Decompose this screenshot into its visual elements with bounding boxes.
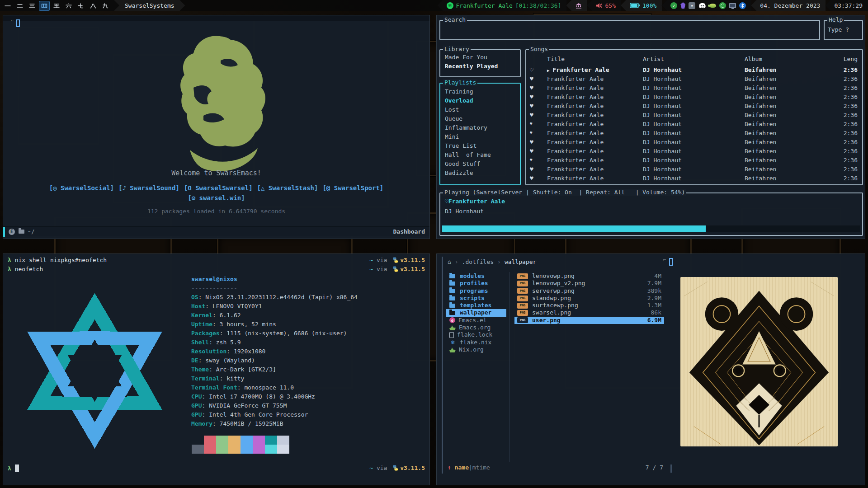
emacs-window[interactable]: ⌐ Welcome to SwarsEmacs! [◎ SwarselSocia… <box>3 15 430 239</box>
library-item[interactable]: Made For You <box>445 53 517 62</box>
workspace-2[interactable] <box>15 1 25 10</box>
list-item-flake.lock[interactable]: flake.lock <box>446 331 506 338</box>
list-item-Nix.org[interactable]: Nix.org <box>446 346 506 353</box>
song-row[interactable]: ♥Frankfurter AaleDJ HornhautBeifahren2:3… <box>530 155 858 164</box>
song-row[interactable]: ♥Frankfurter AaleDJ HornhautBeifahren2:3… <box>530 164 858 174</box>
playlist-item[interactable]: Badizzle <box>445 169 517 178</box>
library-item[interactable]: Recently Played <box>445 62 517 71</box>
playlist-item[interactable]: Queue <box>445 114 517 123</box>
list-item-modules[interactable]: modules <box>446 272 506 280</box>
heart-icon[interactable]: ♥ <box>530 131 547 135</box>
song-row[interactable]: ♥Frankfurter AaleDJ HornhautBeifahren2:3… <box>530 146 858 155</box>
heart-icon[interactable]: ♡ <box>530 66 547 73</box>
workspace-8[interactable] <box>88 1 98 10</box>
playlist-item[interactable]: Lost <box>445 105 517 114</box>
workspace-6[interactable] <box>64 1 74 10</box>
song-row[interactable]: ♥Frankfurter AaleDJ HornhautBeifahren2:3… <box>530 119 858 128</box>
playlist-item[interactable]: Hall of Fame <box>445 150 517 160</box>
display-icon[interactable] <box>729 3 736 8</box>
list-item-Emacs.el[interactable]: eEmacs.el <box>446 317 506 324</box>
dashboard-button-SwarselStash[interactable]: [△ SwarselStash] <box>257 184 318 192</box>
playlist-item[interactable]: Mini <box>445 132 517 141</box>
bluetooth-icon[interactable] <box>739 2 746 9</box>
turtle-tray-icon[interactable] <box>709 4 716 8</box>
corner-glyph: ⌐ <box>663 257 666 263</box>
dashboard-button-SwarselSound[interactable]: [♪ SwarselSound] <box>118 184 179 192</box>
heart-icon[interactable]: ♥ <box>530 112 547 118</box>
workspace-9[interactable] <box>100 1 110 10</box>
dashboard-button-SwarselSocial[interactable]: [◎ SwarselSocial] <box>49 184 114 192</box>
file-item-serverwp.png[interactable]: PNGserverwp.png389k <box>514 287 664 295</box>
file-item-lenovowp_v2.png[interactable]: PNGlenovowp_v2.png7.9M <box>514 280 664 287</box>
dashboard-button-SwarselSwarsel[interactable]: [Ω SwarselSwarsel] <box>184 184 253 192</box>
terminal-window[interactable]: λ nix shell nixpkgs#neofetch ~ via v3.11… <box>3 253 430 485</box>
song-artist: DJ Hornhaut <box>643 94 745 100</box>
heart-icon[interactable]: ♥ <box>530 175 547 182</box>
workspace-1[interactable] <box>3 1 13 10</box>
bear-artwork <box>680 277 838 446</box>
song-row[interactable]: ♥Frankfurter AaleDJ HornhautBeifahren2:3… <box>530 74 858 83</box>
file-item-swarsel.png[interactable]: PNGswarsel.png86k <box>514 309 664 316</box>
playlist-item[interactable]: Inflammatory <box>445 123 517 132</box>
library-box: Library Made For YouRecently Played <box>439 49 521 77</box>
song-row[interactable]: ♥Frankfurter AaleDJ HornhautBeifahren2:3… <box>530 92 858 101</box>
list-item-flake.nix[interactable]: ❄flake.nix <box>446 339 506 346</box>
playlist-item[interactable]: Training <box>445 87 517 96</box>
dashboard-button-SwarselSport[interactable]: [@ SwarselSport] <box>322 184 383 192</box>
workspace-3[interactable] <box>27 1 37 10</box>
song-row[interactable]: ♥Frankfurter AaleDJ HornhautBeifahren2:3… <box>530 137 858 146</box>
workspace-4[interactable] <box>39 1 49 10</box>
volume-module[interactable]: 65% <box>587 0 621 11</box>
playlist-item[interactable]: Overload <box>445 96 517 105</box>
song-row[interactable]: ♥Frankfurter AaleDJ HornhautBeifahren2:3… <box>530 174 858 183</box>
file-manager-window[interactable]: ⌂›.dotfiles›wallpaper modulesprofilespro… <box>436 253 865 485</box>
heart-icon[interactable]: ♥ <box>530 94 547 100</box>
list-item-programs[interactable]: programs <box>446 287 506 295</box>
deck-module[interactable] <box>566 0 587 11</box>
song-title: Frankfurter Aale <box>547 112 643 118</box>
heart-icon[interactable]: ♥ <box>530 84 547 91</box>
star-tray-icon[interactable]: ★ <box>689 2 695 9</box>
file-item-lenovowp.png[interactable]: PNGlenovowp.png4M <box>514 272 664 280</box>
heart-icon[interactable]: ♥ <box>530 103 547 109</box>
song-row[interactable]: ♥Frankfurter AaleDJ HornhautBeifahren2:3… <box>530 128 858 137</box>
check-tray-icon[interactable]: ✓ <box>670 2 677 9</box>
music-player-window[interactable]: Search Help Type ? Library Made For YouR… <box>436 15 865 239</box>
heart-icon[interactable]: ♥ <box>530 122 547 126</box>
heart-icon[interactable]: ♥ <box>530 166 547 173</box>
playlist-item[interactable]: True List <box>445 141 517 150</box>
heart-icon[interactable]: ♥ <box>530 158 547 162</box>
spotify-module[interactable]: Frankfurter Aale [01:38/02:36] <box>438 0 567 11</box>
playlist-item[interactable]: Good Stuff <box>445 160 517 169</box>
file-item-user.png[interactable]: PNGuser.png6.9M <box>514 317 664 324</box>
workspace-5[interactable] <box>52 1 61 10</box>
workspace-7[interactable] <box>76 1 86 10</box>
list-item-profiles[interactable]: profiles <box>446 280 506 287</box>
file-item-surfacewp.png[interactable]: PNGsurfacewp.png1.3M <box>514 302 664 309</box>
battery-module[interactable]: 100% <box>621 0 662 11</box>
song-row[interactable]: ♥Frankfurter AaleDJ HornhautBeifahren2:3… <box>530 101 858 110</box>
discord-icon[interactable] <box>698 3 706 9</box>
shell-prompt[interactable]: λ <box>8 465 19 472</box>
progress-bar[interactable] <box>442 225 860 232</box>
list-item-scripts[interactable]: scripts <box>446 295 506 302</box>
file-item-standwp.png[interactable]: PNGstandwp.png2.9M <box>514 295 664 302</box>
home-icon[interactable]: ⌂ <box>448 258 451 265</box>
syncthing-icon[interactable] <box>719 2 726 9</box>
modeline-mode: Dashboard <box>393 228 425 235</box>
sort-indicator[interactable]: ↑ name|mtime <box>448 464 490 471</box>
song-row[interactable]: ♡▶Frankfurter AaleDJ HornhautBeifahren2:… <box>530 65 858 74</box>
heart-icon[interactable]: ♥ <box>530 139 547 145</box>
heart-icon[interactable]: ♥ <box>530 148 547 155</box>
search-box[interactable]: Search <box>439 20 820 40</box>
heart-icon[interactable]: ♥ <box>530 75 547 82</box>
song-row[interactable]: ♥Frankfurter AaleDJ HornhautBeifahren2:3… <box>530 110 858 119</box>
folder-icon <box>449 289 455 293</box>
list-item-templates[interactable]: templates <box>446 302 506 309</box>
site-link[interactable]: [⚙ swarsel.win] <box>3 194 429 202</box>
gem-tray-icon[interactable] <box>680 2 685 9</box>
song-row[interactable]: ♥Frankfurter AaleDJ HornhautBeifahren2:3… <box>530 83 858 92</box>
breadcrumb[interactable]: ⌂›.dotfiles›wallpaper <box>448 258 536 265</box>
list-item-wallpaper[interactable]: wallpaper <box>446 309 506 316</box>
list-item-Emacs.org[interactable]: Emacs.org <box>446 324 506 331</box>
